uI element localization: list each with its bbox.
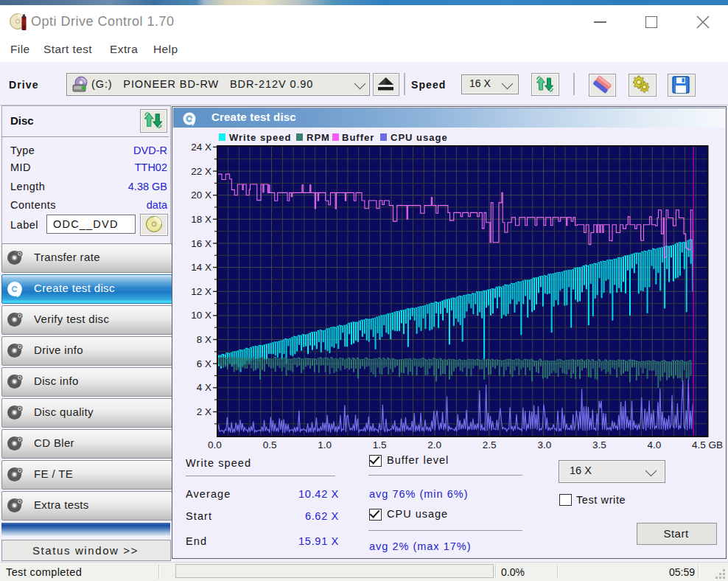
svg-text:3.0: 3.0 [537, 439, 551, 450]
svg-text:3.5: 3.5 [592, 439, 606, 450]
svg-text:1.0: 1.0 [318, 439, 332, 450]
svg-text:14 X: 14 X [191, 262, 211, 273]
svg-text:2.0: 2.0 [427, 439, 441, 450]
svg-text:2 X: 2 X [197, 406, 211, 417]
svg-text:8 X: 8 X [197, 334, 211, 345]
svg-text:1.5: 1.5 [373, 439, 387, 450]
svg-text:18 X: 18 X [191, 214, 211, 225]
svg-text:24 X: 24 X [191, 142, 211, 153]
svg-text:0.0: 0.0 [208, 439, 222, 450]
svg-text:4 X: 4 X [197, 382, 211, 393]
svg-text:16 X: 16 X [191, 238, 211, 249]
svg-text:22 X: 22 X [191, 166, 211, 177]
svg-text:4.5 GB: 4.5 GB [692, 439, 723, 450]
svg-text:6 X: 6 X [197, 358, 211, 369]
svg-text:2.5: 2.5 [483, 439, 497, 450]
svg-text:20 X: 20 X [191, 189, 211, 201]
svg-text:0.5: 0.5 [263, 439, 277, 450]
svg-text:12 X: 12 X [191, 286, 211, 297]
svg-text:4.0: 4.0 [648, 439, 662, 450]
svg-text:10 X: 10 X [191, 310, 211, 321]
